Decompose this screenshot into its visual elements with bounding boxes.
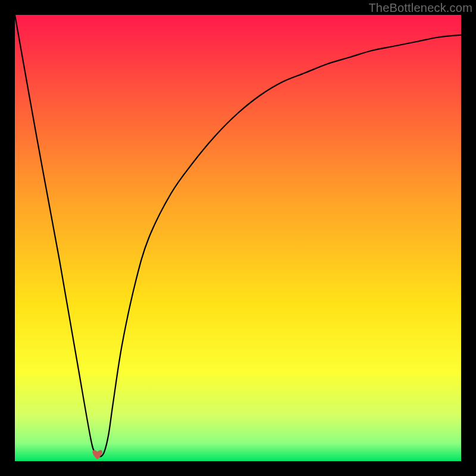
gradient-background	[15, 15, 461, 461]
watermark-text: TheBottleneck.com	[368, 1, 472, 15]
chart-container: TheBottleneck.com	[0, 0, 476, 476]
bottleneck-chart	[0, 0, 476, 476]
